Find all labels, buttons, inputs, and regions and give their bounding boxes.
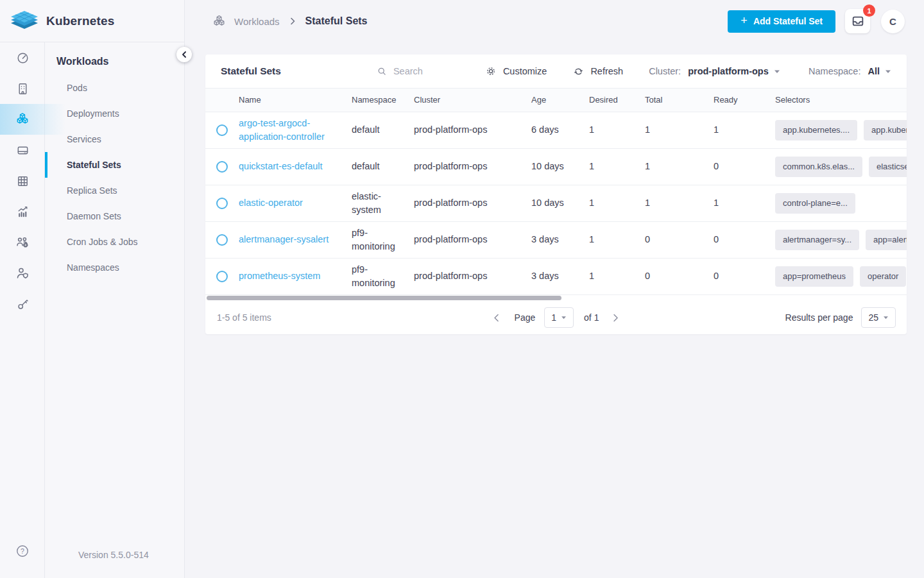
total-cell: 1 [645, 196, 714, 210]
chevron-down-icon [883, 316, 889, 319]
sidebar-section-title: Workloads [45, 42, 184, 75]
row-select-radio[interactable] [216, 124, 228, 136]
table-row: prometheus-system pf9-monitoring prod-pl… [205, 259, 907, 295]
pagination-bar: 1-5 of 5 items Page 1 of 1 Results per p… [205, 301, 907, 334]
ready-cell: 1 [714, 196, 775, 210]
column-header-desired[interactable]: Desired [589, 94, 645, 106]
sidebar-item-daemon-sets[interactable]: Daemon Sets [45, 203, 184, 229]
ready-cell: 0 [714, 233, 775, 246]
monitoring-icon [15, 205, 30, 219]
user-shield-icon [15, 266, 30, 281]
column-header-selectors[interactable]: Selectors [775, 94, 907, 106]
sidebar-item-deployments[interactable]: Deployments [45, 101, 184, 126]
refresh-button[interactable]: Refresh [572, 65, 623, 78]
results-per-page-select[interactable]: 25 [861, 307, 896, 328]
selectors-cell: alertmanager=sy... app=alertmanager [775, 230, 907, 251]
cluster-cell: prod-platform-ops [414, 123, 531, 137]
ready-cell: 0 [714, 269, 775, 283]
topbar-actions: + Add Stateful Set 1 C [728, 9, 905, 33]
sidebar-item-pods[interactable]: Pods [45, 75, 184, 101]
apps-grid-icon [15, 174, 30, 189]
column-header-cluster[interactable]: Cluster [414, 94, 531, 106]
column-header-ready[interactable]: Ready [714, 94, 775, 106]
stateful-set-link[interactable]: elastic-operator [239, 198, 303, 208]
rail-item-api-access[interactable] [0, 289, 45, 319]
previous-page-button[interactable] [490, 314, 503, 322]
stateful-set-link[interactable]: quickstart-es-default [239, 161, 323, 171]
stateful-set-link[interactable]: prometheus-system [239, 271, 320, 281]
namespace-picker[interactable]: Namespace: All [809, 66, 891, 76]
top-bar: Workloads Stateful Sets + Add Stateful S… [185, 0, 924, 42]
page-select[interactable]: 1 [544, 307, 574, 328]
namespace-cell: default [352, 123, 414, 137]
sidebar-item-namespaces[interactable]: Namespaces [45, 255, 184, 280]
sidebar-menu: Workloads Pods Deployments Services Stat… [45, 42, 184, 578]
items-count: 1-5 of 5 items [217, 312, 271, 323]
add-button-label: Add Stateful Set [753, 16, 823, 26]
sidebar-item-replica-sets[interactable]: Replica Sets [45, 178, 184, 203]
ready-cell: 1 [714, 123, 775, 137]
column-header-age[interactable]: Age [531, 94, 589, 106]
stateful-set-link[interactable]: alertmanager-sysalert [239, 234, 329, 244]
breadcrumb-parent[interactable]: Workloads [234, 16, 280, 27]
age-cell: 10 days [531, 196, 589, 210]
sidebar-item-services[interactable]: Services [45, 126, 184, 152]
page-title: Stateful Sets [305, 15, 368, 27]
scrollbar-thumb[interactable] [207, 296, 561, 300]
rail-item-dashboard[interactable] [0, 42, 45, 73]
add-stateful-set-button[interactable]: + Add Stateful Set [728, 10, 835, 33]
help-icon: ? [15, 543, 30, 559]
cluster-cell: prod-platform-ops [414, 233, 531, 246]
chevron-right-icon [290, 17, 295, 25]
customize-button[interactable]: Customize [484, 65, 547, 78]
rail-item-workloads[interactable] [0, 104, 45, 135]
notifications-button[interactable]: 1 [845, 9, 870, 33]
desired-cell: 1 [589, 269, 645, 283]
kubernetes-logo-icon [10, 8, 39, 34]
rail-item-user-security[interactable] [0, 258, 45, 289]
workloads-icon [15, 112, 30, 127]
workloads-breadcrumb-icon [212, 14, 227, 29]
chevron-down-icon [774, 69, 780, 74]
next-page-button[interactable] [609, 314, 622, 322]
search-input[interactable] [393, 66, 463, 76]
page-value: 1 [551, 312, 556, 323]
rail-item-storage[interactable] [0, 135, 45, 166]
row-select-radio[interactable] [216, 161, 228, 173]
rail-item-help[interactable]: ? [0, 536, 45, 566]
chevron-left-icon [182, 51, 187, 58]
customize-label: Customize [503, 66, 547, 76]
row-select-radio[interactable] [216, 271, 228, 282]
age-cell: 6 days [531, 123, 589, 137]
desired-cell: 1 [589, 233, 645, 246]
column-header-total[interactable]: Total [645, 94, 714, 106]
sidebar-collapse-button[interactable] [176, 47, 192, 62]
table-row: elastic-operator elastic-system prod-pla… [205, 185, 907, 222]
row-select-radio[interactable] [216, 234, 228, 246]
rail-item-tenants-users[interactable] [0, 227, 45, 258]
results-per-page-label: Results per page [785, 312, 853, 323]
column-header-namespace[interactable]: Namespace [352, 94, 414, 106]
rail-item-monitoring[interactable] [0, 196, 45, 227]
age-cell: 3 days [531, 233, 589, 246]
total-cell: 0 [645, 269, 714, 283]
selector-chip: common.k8s.elas... [775, 157, 862, 178]
sidebar-item-cron-jobs[interactable]: Cron Jobs & Jobs [45, 229, 184, 255]
row-select-radio[interactable] [216, 198, 228, 209]
rail-item-infrastructure[interactable] [0, 73, 45, 104]
selector-chip: alertmanager=sy... [775, 230, 859, 251]
table-title: Stateful Sets [221, 65, 281, 77]
sidebar-item-stateful-sets[interactable]: Stateful Sets [45, 152, 184, 178]
selectors-cell: control-plane=e... [775, 193, 907, 214]
selectors-cell: common.k8s.elas... elasticsearch [775, 157, 907, 178]
avatar[interactable]: C [881, 10, 905, 33]
age-cell: 10 days [531, 160, 589, 173]
rail-item-apps[interactable] [0, 166, 45, 196]
search-icon [376, 65, 388, 77]
cluster-cell: prod-platform-ops [414, 269, 531, 283]
table-row: alertmanager-sysalert pf9-monitoring pro… [205, 222, 907, 259]
table-row: quickstart-es-default default prod-platf… [205, 149, 907, 185]
column-header-name[interactable]: Name [239, 94, 352, 106]
cluster-picker[interactable]: Cluster: prod-platform-ops [649, 66, 780, 76]
stateful-set-link[interactable]: argo-test-argocd-application-controller [239, 118, 325, 142]
